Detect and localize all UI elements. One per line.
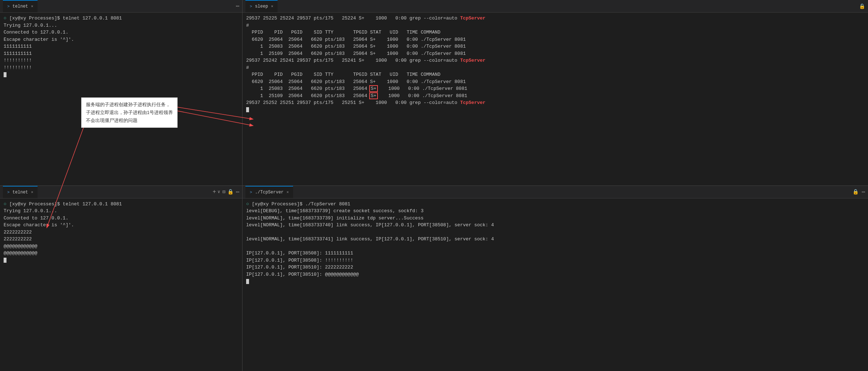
terminal-line: 1111111111	[4, 50, 239, 57]
terminal-line: 1 25109 25064 6620 pts/183 25064 S+ 1000…	[246, 50, 864, 57]
pane-bottom-right-content: ○ [xy@xy Processes]$ ./TcpServer 8081 le…	[243, 198, 868, 371]
terminal-line: 2222222222	[4, 229, 239, 236]
terminal-line: level[NORMAL], time[1683733740] link suc…	[246, 222, 864, 229]
terminal-line: 2222222222	[4, 236, 239, 243]
tab-label: sleep	[255, 4, 268, 9]
terminal-line: Trying 127.0.0.1...	[4, 22, 239, 29]
terminal-line: 1111111111	[4, 43, 239, 50]
terminal-line	[246, 229, 864, 236]
more-icon[interactable]: ⋯	[236, 188, 239, 196]
terminal-line: 29537 25242 25241 29537 pts/175 25241 S+…	[246, 57, 864, 64]
terminal-line: level[NORMAL], time[1683733741] link suc…	[246, 236, 864, 243]
terminal-line: 6620 25064 25064 6620 pts/183 25064 S+ 1…	[246, 78, 864, 86]
terminal-line: ○ [xy@xy Processes]$ telnet 127.0.0.1 80…	[4, 15, 239, 22]
close-icon[interactable]: ×	[287, 190, 289, 195]
pane-top-right: > sleep × 🔒 29537 25225 25224 29537 pts/…	[243, 0, 868, 186]
terminal-line: Connected to 127.0.0.1.	[4, 215, 239, 222]
terminal-line	[246, 106, 864, 114]
terminal-line-highlighted-2: 1 25109 25064 6620 pts/183 25064 S+ 1000…	[246, 92, 864, 100]
tab-tcpserver[interactable]: > ./TcpServer ×	[245, 186, 293, 198]
more-icon[interactable]: ⋯	[862, 188, 865, 196]
terminal-line: @@@@@@@@@@@@	[4, 250, 239, 257]
lock-icon[interactable]: 🔒	[227, 189, 234, 195]
terminal-line: level[NORMAL], time[1683733739] initiali…	[246, 215, 864, 222]
terminal-line: ○ [xy@xy Processes]$ telnet 127.0.0.1 80…	[4, 201, 239, 208]
terminal-line-highlighted-1: 1 25083 25064 6620 pts/183 25064 S+ 1000…	[246, 85, 864, 92]
pane-top-right-content: 29537 25225 25224 29537 pts/175 25224 S+…	[243, 13, 868, 186]
terminal-line: IP[127.0.0.1], PORT[38508]: !!!!!!!!!!	[246, 257, 864, 264]
terminal-line: #	[246, 22, 864, 29]
terminal-line: #	[246, 64, 864, 71]
terminal-line	[246, 243, 864, 250]
tab-icon: >	[7, 4, 10, 9]
terminal-line: PPID PID PGID SID TTY TPGID STAT UID TIM…	[246, 29, 864, 36]
lock-icon[interactable]: 🔒	[859, 3, 865, 9]
terminal-line: Escape character is '^]'.	[4, 222, 239, 229]
add-icon[interactable]: +	[213, 189, 216, 195]
terminal-line: IP[127.0.0.1], PORT[38510]: 2222222222	[246, 264, 864, 271]
terminal-line: IP[127.0.0.1], PORT[38510]: @@@@@@@@@@@@	[246, 271, 864, 278]
terminal-line: ○ [xy@xy Processes]$ ./TcpServer 8081	[246, 201, 864, 208]
cursor	[246, 279, 249, 284]
pane-bottom-left-tabbar: > telnet × + ∨ ⊟ 🔒 ⋯	[0, 186, 242, 198]
pane-bottom-right: > ./TcpServer × 🔒 ⋯ ○ [xy@xy Processes]$…	[243, 186, 868, 371]
terminal-line: 6620 25064 25064 6620 pts/183 25064 S+ 1…	[246, 36, 864, 43]
tab-telnet-topleft[interactable]: > telnet ×	[3, 0, 38, 12]
pane-top-right-tabbar: > sleep × 🔒	[243, 0, 868, 13]
cursor	[246, 107, 249, 112]
terminal-line: PPID PID PGID SID TTY TPGID STAT UID TIM…	[246, 71, 864, 78]
tab-label: telnet	[13, 4, 28, 9]
lock-icon[interactable]: 🔒	[852, 189, 859, 195]
tab-icon: >	[7, 190, 10, 195]
split-icon[interactable]: ⊟	[222, 189, 225, 195]
cursor	[4, 258, 6, 263]
tab-sleep[interactable]: > sleep ×	[245, 0, 278, 12]
terminal-line: level[DEBUG], time[1683733739] create so…	[246, 208, 864, 215]
close-icon[interactable]: ×	[271, 4, 274, 9]
terminal-line: 29537 25225 25224 29537 pts/175 25224 S+…	[246, 15, 864, 22]
tab-icon: >	[250, 4, 252, 9]
terminal-line: 29537 25252 25251 29537 pts/175 25251 S+…	[246, 99, 864, 106]
terminal-line: Escape character is '^]'.	[4, 36, 239, 43]
terminal-line	[4, 257, 239, 264]
tab-icon: >	[250, 190, 252, 195]
more-icon[interactable]: ⋯	[236, 3, 239, 10]
pane-bottom-left-content: ○ [xy@xy Processes]$ telnet 127.0.0.1 80…	[0, 198, 242, 371]
cursor	[4, 72, 6, 77]
close-icon[interactable]: ×	[31, 190, 34, 195]
terminal-line: !!!!!!!!!!	[4, 64, 239, 71]
tab-label: ./TcpServer	[255, 190, 284, 195]
pane-top-left-content: ○ [xy@xy Processes]$ telnet 127.0.0.1 80…	[0, 13, 242, 186]
pane-bottom-right-tabbar: > ./TcpServer × 🔒 ⋯	[243, 186, 868, 198]
pane-top-left-tabbar: > telnet × ⋯	[0, 0, 242, 13]
terminal-line	[4, 71, 239, 78]
tab-telnet-bottomleft[interactable]: > telnet ×	[3, 186, 38, 198]
chevron-icon[interactable]: ∨	[218, 189, 220, 195]
terminal-line: !!!!!!!!!!	[4, 57, 239, 64]
close-icon[interactable]: ×	[31, 4, 34, 9]
terminal-line	[246, 278, 864, 285]
tab-label: telnet	[13, 190, 28, 195]
pane-bottom-left: > telnet × + ∨ ⊟ 🔒 ⋯ ○ [xy@xy Processes]…	[0, 186, 243, 371]
terminal-line: @@@@@@@@@@@@	[4, 243, 239, 250]
terminal-line: Connected to 127.0.0.1.	[4, 29, 239, 36]
terminal-line: Trying 127.0.0.1...	[4, 208, 239, 215]
terminal-line: 1 25083 25064 6620 pts/183 25064 S+ 1000…	[246, 43, 864, 50]
pane-top-left: > telnet × ⋯ ○ [xy@xy Processes]$ telnet…	[0, 0, 243, 186]
terminal-line: IP[127.0.0.1], PORT[38508]: 1111111111	[246, 250, 864, 257]
